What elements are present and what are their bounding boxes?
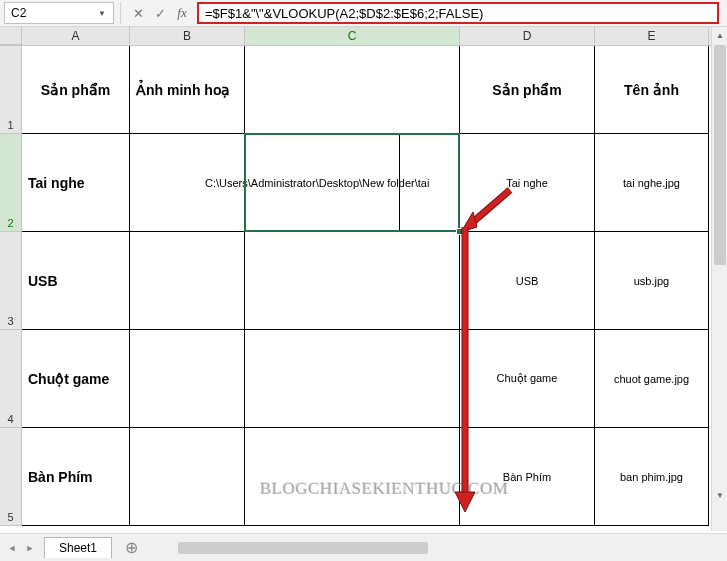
sheet-area: A B C D E 1 2 3 4 5 Sản phẩm Ảnh minh ho… <box>0 27 727 531</box>
row-headers: 1 2 3 4 5 <box>0 46 22 526</box>
scroll-thumb-v[interactable] <box>714 45 726 265</box>
name-box-value: C2 <box>11 6 26 20</box>
cell-A4[interactable]: Chuột game <box>22 330 130 428</box>
col-header-B[interactable]: B <box>130 27 245 45</box>
cell-E1[interactable]: Tên ảnh <box>595 46 709 134</box>
cell-A2[interactable]: Tai nghe <box>22 134 130 232</box>
scroll-down-icon[interactable]: ▼ <box>712 487 727 503</box>
cell-A3[interactable]: USB <box>22 232 130 330</box>
row-header-4[interactable]: 4 <box>0 330 22 428</box>
formula-bar: C2 ▼ ✕ ✓ fx =$F$1&"\"&VLOOKUP(A2;$D$2:$E… <box>0 0 727 27</box>
sheet-nav-prev-icon[interactable]: ◄ <box>4 539 20 557</box>
row-header-1[interactable]: 1 <box>0 46 22 134</box>
row-header-5[interactable]: 5 <box>0 428 22 526</box>
name-box[interactable]: C2 ▼ <box>4 2 114 24</box>
cell-D1[interactable]: Sản phẩm <box>460 46 595 134</box>
column-headers: A B C D E <box>0 27 727 46</box>
sheet-nav-next-icon[interactable]: ► <box>22 539 38 557</box>
formula-input[interactable]: =$F$1&"\"&VLOOKUP(A2;$D$2:$E$6;2;FALSE) <box>197 2 719 24</box>
cell-C4[interactable] <box>245 330 460 428</box>
scroll-up-icon[interactable]: ▲ <box>712 27 727 43</box>
name-box-dropdown-icon[interactable]: ▼ <box>97 9 107 18</box>
cell-D3[interactable]: USB <box>460 232 595 330</box>
cell-B1[interactable]: Ảnh minh hoạ <box>130 46 245 134</box>
sheet-tab-bar: ◄ ► Sheet1 ⊕ <box>0 533 727 561</box>
cell-D5[interactable]: Bàn Phím <box>460 428 595 526</box>
col-header-A[interactable]: A <box>22 27 130 45</box>
sheet-nav: ◄ ► <box>0 539 38 557</box>
cancel-button[interactable]: ✕ <box>127 2 149 24</box>
sheet-tab[interactable]: Sheet1 <box>44 537 112 558</box>
svg-line-1 <box>473 190 510 222</box>
cell-E2[interactable]: tai nghe.jpg <box>595 134 709 232</box>
cell-grid[interactable]: Sản phẩm Ảnh minh hoạ Sản phẩm Tên ảnh T… <box>22 46 709 526</box>
horizontal-scrollbar[interactable] <box>162 540 709 556</box>
annotation-arrow-2 <box>450 227 480 517</box>
row-header-3[interactable]: 3 <box>0 232 22 330</box>
select-all-corner[interactable] <box>0 27 22 45</box>
cell-E4[interactable]: chuot game.jpg <box>595 330 709 428</box>
cell-E5[interactable]: ban phim.jpg <box>595 428 709 526</box>
vertical-scrollbar[interactable]: ▲ ▼ <box>711 27 727 531</box>
cell-C5[interactable] <box>245 428 460 526</box>
cell-B3[interactable] <box>130 232 245 330</box>
row-header-2[interactable]: 2 <box>0 134 22 232</box>
col-header-C[interactable]: C <box>245 27 460 45</box>
cell-C1[interactable] <box>245 46 460 134</box>
cell-C2-value: C:\Users\Administrator\Desktop\New folde… <box>205 177 429 189</box>
cell-C2[interactable]: C:\Users\Administrator\Desktop\New folde… <box>185 134 400 232</box>
formula-text: =$F$1&"\"&VLOOKUP(A2;$D$2:$E$6;2;FALSE) <box>205 6 483 21</box>
svg-marker-5 <box>455 492 475 512</box>
new-sheet-button[interactable]: ⊕ <box>120 537 142 559</box>
cell-E3[interactable]: usb.jpg <box>595 232 709 330</box>
cell-D4[interactable]: Chuột game <box>460 330 595 428</box>
cell-C3[interactable] <box>245 232 460 330</box>
cell-B4[interactable] <box>130 330 245 428</box>
scroll-thumb-h[interactable] <box>178 542 428 554</box>
cell-A1[interactable]: Sản phẩm <box>22 46 130 134</box>
cell-A5[interactable]: Bàn Phím <box>22 428 130 526</box>
enter-button[interactable]: ✓ <box>149 2 171 24</box>
separator <box>120 2 121 24</box>
cell-B5[interactable] <box>130 428 245 526</box>
col-header-E[interactable]: E <box>595 27 709 45</box>
col-header-D[interactable]: D <box>460 27 595 45</box>
fx-icon[interactable]: fx <box>171 2 193 24</box>
